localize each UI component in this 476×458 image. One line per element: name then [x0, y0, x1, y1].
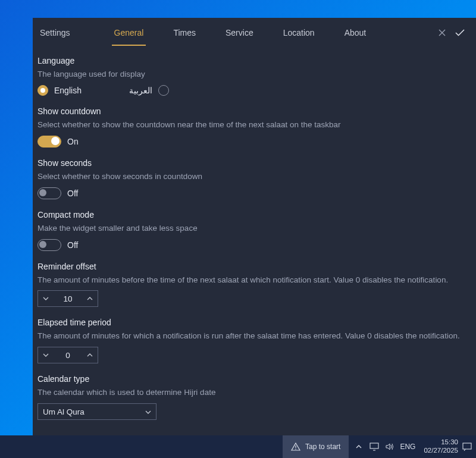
section-title: Show countdown: [37, 106, 471, 116]
tab-service[interactable]: Service: [223, 20, 256, 46]
chevron-down-icon: [43, 297, 49, 300]
section-reminder-offset: Reminder offset The amount of minutes be…: [37, 262, 471, 308]
spinner-value[interactable]: 10: [54, 291, 82, 306]
section-compact: Compact mode Make the widget smaller and…: [37, 210, 471, 251]
system-tray: ENG: [349, 443, 420, 451]
language-indicator[interactable]: ENG: [400, 443, 415, 451]
toggle-state-label: On: [67, 137, 79, 146]
settings-content[interactable]: Language The language used for display E…: [33, 48, 476, 435]
radio-arabic[interactable]: [158, 85, 169, 96]
checkmark-icon: [455, 29, 465, 36]
svg-point-0: [295, 448, 296, 450]
toggle-state-label: Off: [67, 189, 78, 198]
action-center-button[interactable]: [462, 443, 476, 451]
radio-arabic-label: العربية: [129, 86, 152, 95]
clock-time: 15:30: [424, 438, 458, 447]
elapsed-spinner: 0: [37, 347, 98, 363]
confirm-button[interactable]: [451, 18, 469, 48]
network-icon[interactable]: [369, 443, 380, 451]
section-desc: The calendar which is used to determine …: [37, 387, 471, 399]
reminder-spinner: 10: [37, 290, 98, 307]
chevron-up-icon: [356, 445, 362, 448]
tab-location[interactable]: Location: [281, 20, 317, 46]
tab-about[interactable]: About: [342, 20, 369, 46]
settings-window: Settings General Times Service Location …: [33, 18, 476, 435]
tab-times[interactable]: Times: [171, 20, 198, 46]
taskbar: Tap to start ENG 15:30 02/27/2025: [0, 435, 476, 458]
section-seconds: Show seconds Select whether to show seco…: [37, 158, 471, 199]
spinner-decrement[interactable]: [38, 347, 54, 363]
warning-icon: [291, 442, 300, 451]
section-title: Compact mode: [37, 210, 471, 219]
close-button[interactable]: [433, 18, 451, 48]
toggle-countdown[interactable]: [37, 136, 61, 148]
section-countdown: Show countdown Select whether to show th…: [37, 106, 471, 148]
chevron-down-icon: [145, 408, 151, 415]
clock-date: 02/27/2025: [424, 447, 458, 455]
notification-icon: [462, 443, 472, 451]
radio-english-label: English: [54, 86, 82, 95]
spinner-increment[interactable]: [82, 347, 98, 363]
section-desc: Select whether to show the countdown nea…: [37, 120, 471, 131]
section-desc: The amount of minutes before the time of…: [37, 275, 471, 286]
section-desc: The language used for display: [37, 69, 471, 80]
svg-rect-1: [370, 443, 378, 448]
section-desc: Select whether to show seconds in countd…: [37, 171, 471, 183]
chevron-up-icon: [87, 297, 93, 300]
window-title: Settings: [40, 28, 70, 37]
select-value: Um Al Qura: [43, 407, 84, 416]
titlebar: Settings General Times Service Location …: [33, 18, 476, 48]
spinner-value[interactable]: 0: [54, 347, 82, 363]
tabs: General Times Service Location About: [112, 20, 369, 46]
tab-general[interactable]: General: [112, 20, 146, 46]
section-desc: Make the widget smaller and take less sp…: [37, 223, 471, 234]
svg-rect-2: [463, 443, 471, 449]
tap-label: Tap to start: [305, 443, 340, 451]
toggle-compact[interactable]: [37, 239, 61, 251]
chevron-down-icon: [43, 353, 49, 357]
close-icon: [439, 29, 446, 36]
section-title: Language: [37, 56, 471, 65]
section-language: Language The language used for display E…: [37, 56, 471, 96]
taskbar-tap-to-start[interactable]: Tap to start: [283, 435, 349, 458]
section-title: Calendar type: [37, 374, 471, 384]
spinner-increment[interactable]: [82, 291, 98, 306]
volume-icon[interactable]: [384, 443, 395, 451]
calendar-select[interactable]: Um Al Qura: [37, 403, 156, 420]
taskbar-clock[interactable]: 15:30 02/27/2025: [420, 438, 462, 455]
tray-overflow-button[interactable]: [353, 445, 364, 448]
section-title: Elapsed time period: [37, 318, 471, 327]
section-title: Reminder offset: [37, 262, 471, 271]
section-calendar-type: Calendar type The calendar which is used…: [37, 374, 471, 420]
chevron-up-icon: [87, 353, 93, 357]
monitor-icon: [369, 443, 379, 451]
section-elapsed-period: Elapsed time period The amount of minute…: [37, 318, 471, 363]
section-title: Show seconds: [37, 158, 471, 168]
spinner-decrement[interactable]: [38, 291, 54, 306]
speaker-icon: [385, 443, 394, 451]
toggle-state-label: Off: [67, 240, 78, 250]
toggle-seconds[interactable]: [37, 187, 61, 199]
radio-english[interactable]: [37, 85, 48, 96]
section-desc: The amount of minutes for which a notifi…: [37, 331, 471, 342]
